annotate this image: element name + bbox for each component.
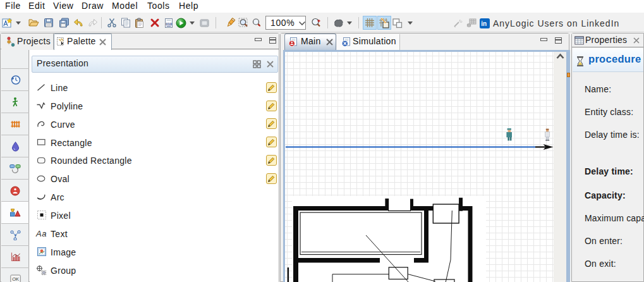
svg-text:010: 010 xyxy=(166,22,173,26)
svg-text:OK: OK xyxy=(12,276,19,282)
svg-text:in: in xyxy=(481,20,487,27)
